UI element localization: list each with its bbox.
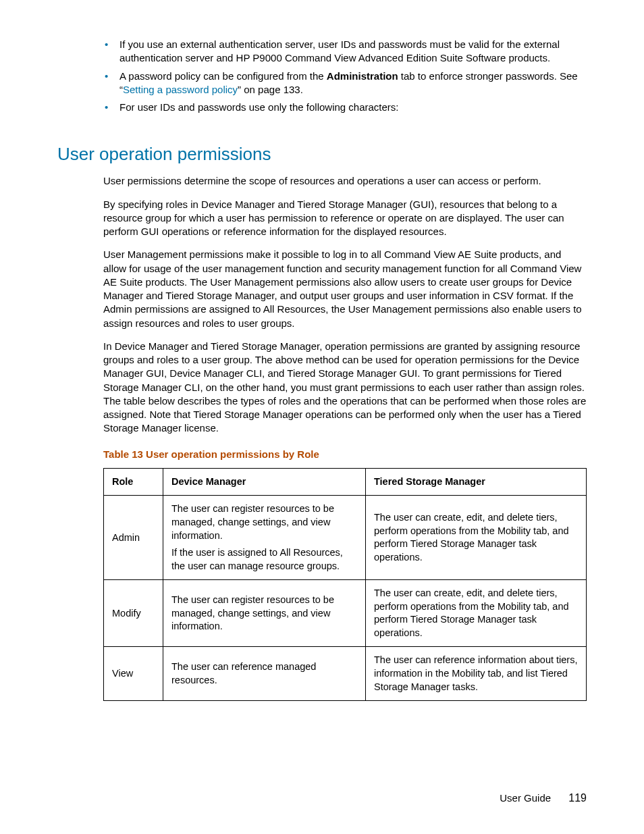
bullet-text: If you use an external authentication se… bbox=[119, 38, 560, 63]
paragraph: In Device Manager and Tiered Storage Man… bbox=[103, 340, 587, 436]
paragraph: User Management permissions make it poss… bbox=[103, 248, 587, 330]
bullet-item: A password policy can be configured from… bbox=[103, 70, 587, 97]
bullet-item: For user IDs and passwords use only the … bbox=[103, 101, 587, 114]
footer-page-number: 119 bbox=[568, 792, 587, 804]
table-row: Admin The user can register resources to… bbox=[104, 496, 587, 580]
table-header-row: Role Device Manager Tiered Storage Manag… bbox=[104, 468, 587, 496]
col-dm-header: Device Manager bbox=[163, 468, 366, 496]
col-role-header: Role bbox=[104, 468, 163, 496]
page-footer: User Guide 119 bbox=[500, 791, 587, 806]
cell-role: View bbox=[104, 647, 163, 701]
cell-tsm: The user can create, edit, and delete ti… bbox=[366, 496, 587, 580]
bullet-text-pre: A password policy can be configured from… bbox=[119, 70, 327, 82]
cell-tsm: The user can reference information about… bbox=[366, 647, 587, 701]
bullet-item: If you use an external authentication se… bbox=[103, 38, 587, 66]
cell-role: Admin bbox=[104, 496, 163, 580]
cell-role: Modify bbox=[104, 580, 163, 647]
table-row: Modify The user can register resources t… bbox=[104, 580, 587, 647]
bullet-bold: Administration bbox=[327, 70, 398, 82]
cell-dm-line2: If the user is assigned to All Resources… bbox=[171, 546, 357, 573]
cell-dm-line1: The user can register resources to be ma… bbox=[171, 502, 357, 542]
cell-dm: The user can register resources to be ma… bbox=[163, 496, 366, 580]
cell-dm: The user can reference managed resources… bbox=[163, 647, 366, 701]
table-row: View The user can reference managed reso… bbox=[104, 647, 587, 701]
paragraph: By specifying roles in Device Manager an… bbox=[103, 198, 587, 239]
paragraph: User permissions determine the scope of … bbox=[103, 174, 587, 188]
cell-tsm: The user can create, edit, and delete ti… bbox=[366, 580, 587, 647]
bullet-text-post: ” on page 133. bbox=[238, 84, 303, 95]
password-policy-link[interactable]: Setting a password policy bbox=[123, 84, 238, 95]
cell-dm: The user can register resources to be ma… bbox=[163, 580, 366, 647]
roles-table: Role Device Manager Tiered Storage Manag… bbox=[103, 468, 587, 701]
col-tsm-header: Tiered Storage Manager bbox=[366, 468, 587, 496]
footer-label: User Guide bbox=[500, 792, 551, 804]
page-content: If you use an external authentication se… bbox=[0, 0, 644, 701]
section-heading: User operation permissions bbox=[57, 142, 587, 166]
table-caption: Table 13 User operation permissions by R… bbox=[103, 448, 587, 461]
section-body: User permissions determine the scope of … bbox=[103, 174, 587, 701]
bullet-text: For user IDs and passwords use only the … bbox=[119, 101, 399, 113]
intro-bullet-list: If you use an external authentication se… bbox=[103, 38, 587, 114]
